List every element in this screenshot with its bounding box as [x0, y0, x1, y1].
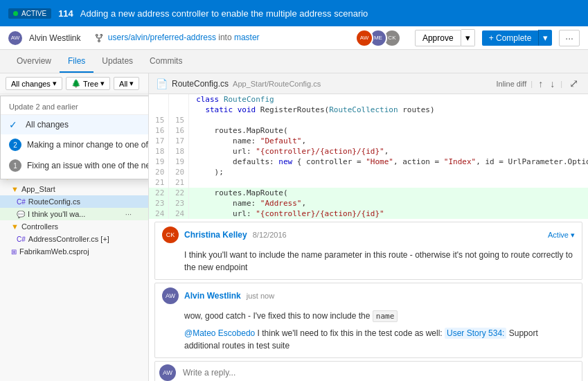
inline-diff-label[interactable]: Inline diff [496, 80, 526, 88]
branch-icon [94, 33, 104, 43]
reply-avatar: AW [159, 364, 176, 381]
divider-1: | [531, 80, 533, 88]
pr-number: 114 [58, 8, 73, 19]
divider-2: | [560, 80, 562, 88]
dropdown-item-1[interactable]: 1 Fixing an issue with one of the new ..… [1, 155, 149, 176]
reply-box: AW [154, 361, 582, 382]
approve-dropdown-button[interactable]: ▾ [461, 29, 475, 46]
line-content: class RouteConfig [189, 94, 588, 105]
tree-item-addresscontroller[interactable]: C# AddressController.cs [+] [0, 233, 148, 245]
line-content: static void RegisterRoutes(RouteCollecti… [189, 105, 588, 115]
scroll-up-button[interactable]: ↑ [537, 78, 544, 89]
filename-label: RouteConfig.cs [172, 79, 229, 89]
all-changes-dropdown[interactable]: All changes ▾ [6, 77, 62, 90]
file-icon-csproj: ⊞ [11, 248, 17, 256]
file-page-icon: 📄 [156, 78, 168, 89]
line-num-right [169, 94, 189, 105]
approve-button[interactable]: Approve [415, 30, 461, 46]
folder-icon-4: ▼ [11, 185, 19, 193]
code-line-added: 24 24 url: "{controller}/{action}/{id}" [149, 209, 588, 219]
file-label-csproj: FabrikamWeb.csproj [19, 247, 89, 256]
complete-button-group: + Complete ▾ [482, 30, 553, 46]
line-num-left [149, 94, 169, 105]
comment-date-2: just now [247, 292, 274, 300]
tab-updates[interactable]: Updates [93, 51, 141, 73]
dropdown-header-label: Update 2 and earlier [9, 103, 78, 111]
avatar-aw: AW [162, 287, 179, 304]
avatar-ck: CK [162, 227, 179, 243]
branch-from-link[interactable]: users/alvin/preferred-address [108, 33, 216, 42]
code-content: class RouteConfig static void RegisterRo… [149, 94, 588, 381]
branch-into: into [218, 33, 231, 42]
scroll-down-button[interactable]: ↓ [549, 78, 556, 89]
mention-mateo[interactable]: @Mateo Escobedo [184, 328, 255, 338]
code-line: 15 15 [149, 115, 588, 125]
tab-files[interactable]: Files [60, 51, 93, 73]
dropdown-item-all[interactable]: ✓ All changes [1, 115, 149, 134]
more-button[interactable]: ··· [559, 30, 580, 46]
comment-block-1: CK Christina Kelley 8/12/2016 Active ▾ I… [154, 222, 582, 280]
code-tag-name: name [373, 310, 398, 322]
comment-block-2: AW Alvin Westlink just now wow, good cat… [154, 283, 582, 358]
code-line: 17 17 name: "Default", [149, 136, 588, 146]
comment-label: I think you'll wa... [28, 210, 123, 218]
tree-item-comment[interactable]: 💬 I think you'll wa... ··· [0, 208, 148, 220]
tree-item-routeconfig[interactable]: C# RouteConfig.cs [0, 195, 148, 208]
file-icon-routeconfig: C# [17, 198, 26, 206]
tree-item-csproj[interactable]: ⊞ FabrikamWeb.csproj [0, 245, 148, 258]
tree-filter-bar: All changes ▾ 🌲 Tree ▾ All ▾ [0, 73, 148, 94]
code-line-added: 23 23 name: "Address", [149, 198, 588, 209]
code-line: 16 16 routes.MapRoute( [149, 125, 588, 136]
all-changes-label: All changes [11, 80, 51, 88]
reply-input[interactable] [180, 364, 582, 382]
code-line: 19 19 defaults: new { controller = "Home… [149, 157, 588, 167]
file-label-routeconfig: RouteConfig.cs [28, 197, 80, 206]
expand-button[interactable]: ⤢ [567, 77, 581, 90]
tree-label: Tree [83, 80, 98, 88]
dropdown-item-2[interactable]: 2 Making a minor change to one of t... 4… [1, 134, 149, 155]
all-filter-dropdown[interactable]: All ▾ [114, 77, 139, 90]
chevron-down-icon-3: ▾ [130, 79, 134, 88]
complete-dropdown-button[interactable]: ▾ [538, 30, 552, 46]
more-icon[interactable]: ··· [125, 210, 132, 218]
comment-status-1[interactable]: Active ▾ [548, 231, 575, 240]
code-line: class RouteConfig [149, 94, 588, 105]
folder-label-4: App_Start [21, 185, 55, 193]
line-num-left [149, 105, 169, 115]
file-icon-address: C# [17, 236, 26, 243]
complete-button[interactable]: + Complete [482, 30, 539, 46]
comment-header-1: CK Christina Kelley 8/12/2016 Active ▾ [155, 222, 582, 247]
tree-view-dropdown[interactable]: 🌲 Tree ▾ [66, 77, 110, 90]
commit-title-2: Making a minor change to one of t... [27, 140, 149, 150]
file-label-address: AddressController.cs [+] [28, 235, 109, 243]
tree-item[interactable]: ▼ Controllers [0, 220, 148, 233]
code-header: 📄 RouteConfig.cs App_Start/RouteConfig.c… [149, 73, 588, 94]
reviewer-avatars: AW ME CK [355, 29, 401, 47]
chevron-down-icon-2: ▾ [100, 79, 105, 88]
code-tools: Inline diff | ↑ ↓ | ⤢ [496, 77, 581, 90]
branch-info: users/alvin/preferred-address into maste… [94, 33, 259, 43]
commit-title-1: Fixing an issue with one of the new ... [27, 161, 149, 170]
check-icon: ✓ [9, 119, 20, 130]
tree-icon: 🌲 [71, 79, 81, 88]
avatar: AW [8, 31, 22, 45]
branch-to-link[interactable]: master [234, 33, 260, 42]
code-panel: 📄 RouteConfig.cs App_Start/RouteConfig.c… [149, 73, 588, 381]
tab-commits[interactable]: Commits [141, 51, 190, 73]
tab-overview[interactable]: Overview [8, 51, 60, 73]
line-num-right [169, 105, 189, 115]
code-line: 20 20 ); [149, 167, 588, 177]
pr-title: Adding a new address controller to enabl… [80, 8, 580, 19]
comment-header-2: AW Alvin Westlink just now [155, 283, 582, 308]
folder-icon-controllers: ▼ [11, 222, 19, 231]
tree-item[interactable]: ▼ App_Start [0, 183, 148, 195]
commits-dropdown: Update 2 and earlier ✓ All changes 2 Mak… [0, 96, 149, 179]
code-line-added: 22 22 routes.MapRoute( [149, 188, 588, 198]
comment-body-1: I think you'll want to include the name … [155, 247, 582, 279]
active-badge: ACTIVE [8, 8, 51, 19]
comment-body-2b: @Mateo Escobedo I think we'll need to fi… [155, 326, 582, 357]
comment-user-1: Christina Kelley [184, 230, 247, 240]
work-item-link[interactable]: User Story 534: [445, 328, 506, 339]
active-label: ACTIVE [21, 10, 46, 17]
chevron-down-icon: ▾ [53, 79, 57, 88]
